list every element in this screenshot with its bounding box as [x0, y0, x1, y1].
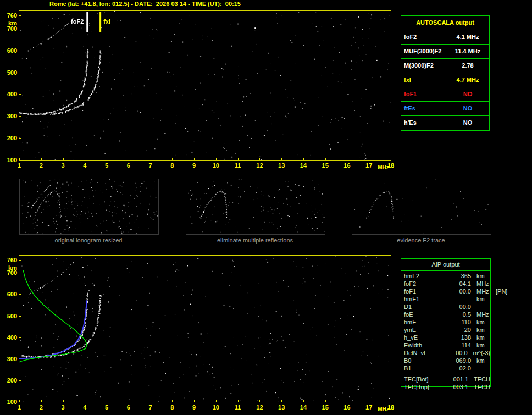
x-tick-label: 17: [365, 163, 372, 169]
x-tick-label: 2: [40, 163, 43, 169]
parameter-unit: km: [476, 342, 485, 350]
parameter-value: NO: [446, 102, 489, 115]
parameter-label: D1: [404, 303, 442, 311]
y-tick-label: 500: [2, 70, 17, 76]
parameter-label: h_vE: [404, 334, 442, 342]
foF2-marker-label: foF2: [71, 19, 84, 25]
table-row: Ewidth 114 km: [401, 342, 490, 350]
x-tick-label: 14: [300, 163, 307, 169]
parameter-value: NO: [446, 116, 489, 130]
x-tick-label: 10: [213, 163, 219, 169]
table-row: TEC[Top] 003.1 TECU: [401, 384, 490, 391]
y-axis-unit-label: km: [2, 20, 17, 26]
parameter-unit: km: [476, 357, 485, 365]
table-row: foF2 4.1 MHz: [401, 30, 489, 45]
main-ionogram-canvas: [19, 11, 391, 160]
y-tick-label: 760: [2, 13, 17, 19]
y-tick-label: 700: [2, 270, 17, 276]
table-row: foF1 00.0 MHz [PN]: [401, 288, 490, 296]
table-row: ftEs NO: [401, 102, 489, 116]
x-tick-label: 16: [343, 163, 350, 169]
thumb-evidence: [352, 179, 491, 235]
parameter-label: Ewidth: [404, 342, 442, 350]
parameter-label: foF1: [404, 288, 442, 296]
parameter-value: 04.1: [442, 280, 471, 288]
table-row: hmF1 --- km: [401, 296, 490, 303]
x-tick-label: 6: [127, 163, 130, 169]
parameter-value: 00.0: [442, 303, 471, 311]
x-tick-label: 16: [343, 405, 350, 411]
parameter-unit: km: [476, 319, 485, 327]
x-tick-label: 5: [105, 163, 108, 169]
x-tick-label: 14: [300, 405, 307, 411]
aip-tec-rows: TEC[Bot] 001.1 TECU TEC[Top] 003.1 TECU: [401, 374, 490, 392]
parameter-value: 4.1 MHz: [446, 30, 489, 44]
parameter-label: h'Es: [401, 116, 446, 130]
parameter-label: B1: [404, 365, 442, 373]
parameter-unit: km: [476, 273, 485, 280]
parameter-unit: MHz: [476, 311, 489, 319]
x-tick-label: 11: [235, 405, 241, 411]
x-tick-label: 12: [256, 405, 263, 411]
parameter-label: hmF2: [404, 273, 442, 280]
parameter-unit: km: [476, 334, 485, 342]
x-tick-label: 9: [192, 163, 196, 169]
y-tick-label: 200: [2, 378, 17, 384]
parameter-value: 365: [442, 273, 471, 280]
x-tick-label: 13: [278, 405, 285, 411]
aip-table-rows: hmF2 365 km foF2 04.1 MHz foF1 00.0 MHz: [401, 271, 490, 373]
parameter-label: foF2: [401, 30, 446, 44]
parameter-value: NO: [446, 87, 489, 101]
table-row: MUF(3000)F2 11.4 MHz: [401, 45, 489, 59]
aip-output-table: AIP output hmF2 365 km foF2 04.1 MHz: [401, 258, 491, 387]
table-row: fxI 4.7 MHz: [401, 73, 489, 87]
parameter-unit: TECU: [474, 376, 490, 384]
parameter-unit: km: [476, 327, 485, 334]
thumb-original-canvas: [20, 179, 158, 234]
y-tick-label: 300: [2, 356, 17, 362]
y-tick-label: 100: [2, 399, 17, 405]
parameter-label: hmE: [404, 319, 442, 327]
autoscala-table-rows: foF2 4.1 MHz MUF(3000)F2 11.4 MHz M(3000…: [401, 30, 489, 130]
x-tick-label: 4: [83, 405, 86, 411]
x-tick-label: 5: [105, 405, 108, 411]
parameter-label: B0: [404, 357, 442, 365]
y-tick-label: 300: [2, 113, 17, 119]
y-tick-label: 400: [2, 91, 17, 97]
y-tick-label: 700: [2, 26, 17, 32]
x-tick-label: 2: [40, 405, 43, 411]
parameter-value: 001.1: [441, 376, 468, 384]
x-tick-label: 15: [322, 405, 329, 411]
parameter-value: 110: [442, 319, 471, 327]
parameter-unit: TECU: [474, 384, 490, 391]
parameter-value: 138: [442, 334, 471, 342]
parameter-value: 00.0: [440, 350, 467, 357]
x-tick-label: 1: [18, 405, 21, 411]
parameter-unit: MHz: [476, 288, 489, 296]
parameter-flag: [PN]: [496, 288, 507, 295]
parameter-value: 2.78: [446, 59, 489, 73]
table-row: hmF2 365 km: [401, 273, 490, 280]
x-tick-label: 10: [213, 405, 219, 411]
parameter-label: TEC[Top]: [404, 384, 441, 391]
table-row: h_vE 138 km: [401, 334, 490, 342]
autoscala-output-table: AUTOSCALA output foF2 4.1 MHz MUF(3000)F…: [401, 15, 490, 131]
x-tick-label: 12: [256, 163, 263, 169]
parameter-label: fxI: [401, 73, 446, 87]
thumb-original: [19, 179, 159, 235]
x-tick-label: 3: [61, 405, 64, 411]
parameter-value: 0.5: [442, 311, 471, 319]
table-row: DelN_vE 00.0 m^(-3): [401, 350, 490, 357]
thumb-caption-evidence: evidence F2 trace: [352, 237, 490, 244]
table-row: M(3000)F2 2.78: [401, 59, 489, 73]
parameter-label: foF1: [401, 87, 446, 101]
y-axis-unit-label: km: [2, 265, 17, 271]
parameter-value: 00.0: [442, 288, 471, 296]
parameter-label: DelN_vE: [404, 350, 440, 357]
parameter-value: ---: [442, 296, 471, 303]
thumb-eliminate-canvas: [186, 179, 325, 234]
parameter-label: M(3000)F2: [401, 59, 446, 73]
table-row: ymE 20 km: [401, 327, 490, 334]
y-tick-label: 600: [2, 48, 17, 54]
thumb-eliminate: [186, 179, 325, 235]
